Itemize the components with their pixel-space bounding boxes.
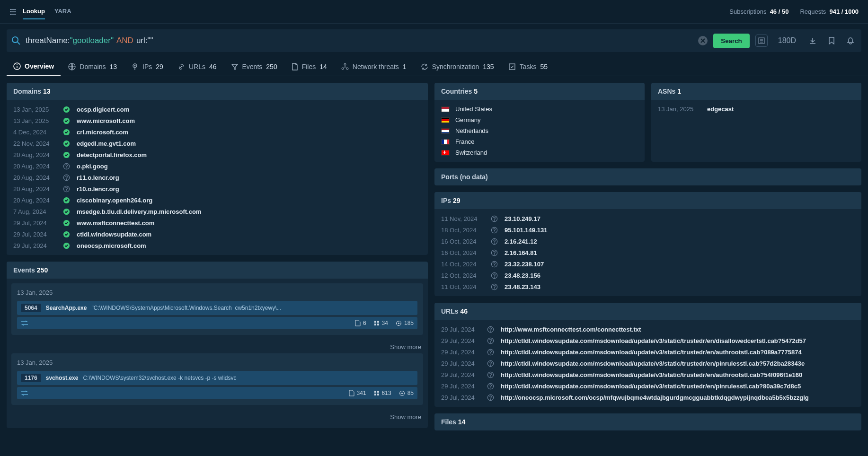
svg-point-8 (134, 65, 136, 67)
svg-rect-30 (377, 321, 379, 323)
tab-count: 250 (266, 63, 277, 70)
filter-tab-overview[interactable]: Overview (7, 58, 61, 76)
svg-rect-36 (377, 391, 379, 393)
url-row[interactable]: 29 Jul, 2024http://ctldl.windowsupdate.c… (441, 369, 855, 380)
svg-point-56 (490, 331, 491, 332)
status-unknown-icon (62, 185, 70, 193)
event-process-row[interactable]: 5064 SearchApp.exe "C:\WINDOWS\SystemApp… (17, 301, 417, 315)
countries-header: Countries 5 (434, 83, 645, 100)
ip-row[interactable]: 16 Oct, 20242.16.241.12 (441, 236, 855, 247)
ip-row[interactable]: 12 Oct, 202423.48.23.156 (441, 270, 855, 281)
filter-tab-network-threats[interactable]: Network threats 1 (335, 58, 413, 76)
svg-rect-29 (374, 321, 376, 323)
domain-row[interactable]: 13 Jan, 2025ocsp.digicert.com (13, 104, 421, 115)
url-row[interactable]: 29 Jul, 2024http://www.msftconnecttest.c… (441, 324, 855, 335)
date-cell: 20 Aug, 2024 (13, 163, 56, 170)
event-stats-row: 6 34 185 (17, 317, 417, 329)
status-unknown-icon (487, 371, 494, 378)
ip-address: 23.10.249.17 (505, 215, 540, 222)
domain-row[interactable]: 20 Aug, 2024o.pki.goog (13, 160, 421, 172)
domain-row[interactable]: 13 Jan, 2025www.microsoft.com (13, 115, 421, 126)
ip-address: 95.101.149.131 (505, 227, 547, 234)
search-input[interactable]: threatName:"gootloader" AND url:"" (26, 36, 698, 45)
process-name: SearchApp.exe (46, 305, 87, 311)
bookmark-icon[interactable] (825, 35, 838, 47)
country-name: Germany (455, 116, 480, 123)
nav-tab-yara[interactable]: YARA (54, 4, 71, 19)
filter-tab-ips[interactable]: IPs 29 (124, 58, 170, 76)
list-view-icon[interactable] (755, 35, 768, 47)
domain-name: edgedl.me.gvt1.com (77, 140, 136, 147)
ip-row[interactable]: 16 Oct, 20242.16.164.81 (441, 247, 855, 258)
domain-row[interactable]: 29 Jul, 2024ctldl.windowsupdate.com (13, 228, 421, 240)
download-icon[interactable] (806, 35, 819, 47)
filter-tab-urls[interactable]: URLs 46 (171, 58, 223, 76)
nav-tab-lookup[interactable]: Lookup (23, 4, 45, 19)
svg-point-50 (494, 265, 495, 266)
url-row[interactable]: 29 Jul, 2024http://ctldl.windowsupdate.c… (441, 358, 855, 369)
ports-header: Ports (no data) (434, 168, 861, 185)
url-text: http://ctldl.windowsupdate.com/msdownloa… (501, 383, 855, 390)
country-row[interactable]: United States (441, 104, 638, 114)
domain-row[interactable]: 22 Nov, 2024edgedl.me.gvt1.com (13, 138, 421, 149)
date-cell: 20 Aug, 2024 (13, 185, 56, 193)
date-cell: 11 Nov, 2024 (441, 215, 484, 222)
domain-row[interactable]: 7 Aug, 2024msedge.b.tlu.dl.delivery.mp.m… (13, 206, 421, 217)
ip-row[interactable]: 11 Nov, 202423.10.249.17 (441, 213, 855, 224)
domain-row[interactable]: 4 Dec, 2024crl.microsoft.com (13, 126, 421, 138)
date-cell: 29 Jul, 2024 (441, 326, 480, 333)
event-process-row[interactable]: 1176 svchost.exe C:\WINDOWS\system32\svc… (17, 371, 417, 385)
ip-row[interactable]: 14 Oct, 202423.32.238.107 (441, 258, 855, 270)
pid-badge: 1176 (21, 374, 41, 382)
status-ok-icon (62, 219, 70, 227)
url-row[interactable]: 29 Jul, 2024http://ctldl.windowsupdate.c… (441, 380, 855, 392)
filter-tab-events[interactable]: Events 250 (224, 58, 284, 76)
svg-point-21 (66, 179, 67, 180)
date-cell: 20 Aug, 2024 (13, 174, 56, 181)
country-row[interactable]: Netherlands (441, 125, 638, 136)
ip-row[interactable]: 18 Oct, 202495.101.149.131 (441, 224, 855, 236)
date-cell: 14 Oct, 2024 (441, 261, 484, 268)
search-button[interactable]: Search (713, 34, 749, 48)
flag-fr-icon (441, 139, 450, 145)
modules-stat: 34 (374, 320, 388, 326)
top-stats: Subscriptions 46 / 50 Requests 941 / 100… (729, 8, 859, 15)
filter-tab-tasks[interactable]: Tasks 55 (502, 58, 554, 76)
url-text: http://ctldl.windowsupdate.com/msdownloa… (501, 371, 855, 378)
domain-row[interactable]: 20 Aug, 2024r11.o.lencr.org (13, 172, 421, 183)
bell-icon[interactable] (844, 35, 857, 47)
country-name: France (455, 138, 474, 145)
filter-tab-files[interactable]: Files 14 (285, 58, 334, 76)
flag-us-icon (441, 106, 450, 112)
date-cell: 29 Jul, 2024 (441, 394, 480, 401)
asn-row[interactable]: 13 Jan, 2025edgecast (658, 104, 855, 114)
country-row[interactable]: France (441, 136, 638, 147)
svg-point-2 (10, 14, 11, 15)
domain-row[interactable]: 29 Jul, 2024www.msftconnecttest.com (13, 217, 421, 228)
date-cell: 29 Jul, 2024 (13, 219, 56, 227)
show-more-link[interactable]: Show more (11, 411, 423, 423)
svg-rect-12 (509, 64, 515, 70)
country-row[interactable]: Germany (441, 114, 638, 125)
filter-tab-synchronization[interactable]: Synchronization 135 (414, 58, 501, 76)
url-row[interactable]: 29 Jul, 2024http://oneocsp.microsoft.com… (441, 392, 855, 403)
status-unknown-icon (487, 348, 494, 356)
url-row[interactable]: 29 Jul, 2024http://ctldl.windowsupdate.c… (441, 335, 855, 346)
ip-address: 2.16.241.12 (505, 238, 537, 245)
date-cell: 20 Aug, 2024 (13, 151, 56, 158)
status-unknown-icon (490, 226, 498, 234)
domain-row[interactable]: 20 Aug, 2024detectportal.firefox.com (13, 149, 421, 160)
show-more-link[interactable]: Show more (11, 341, 423, 353)
filter-tab-domains[interactable]: Domains 13 (62, 58, 124, 76)
url-row[interactable]: 29 Jul, 2024http://ctldl.windowsupdate.c… (441, 346, 855, 358)
time-range[interactable]: 180D (778, 36, 796, 45)
domain-row[interactable]: 20 Aug, 2024r10.o.lencr.org (13, 183, 421, 194)
country-row[interactable]: Switzerland (441, 147, 638, 158)
menu-icon[interactable] (9, 8, 17, 16)
domain-row[interactable]: 20 Aug, 2024ciscobinary.openh264.org (13, 194, 421, 206)
clear-button[interactable] (698, 36, 708, 45)
domain-row[interactable]: 29 Jul, 2024oneocsp.microsoft.com (13, 240, 421, 251)
date-cell: 29 Jul, 2024 (441, 337, 480, 344)
status-ok-icon (62, 117, 70, 124)
ip-row[interactable]: 11 Oct, 202423.48.23.143 (441, 281, 855, 292)
